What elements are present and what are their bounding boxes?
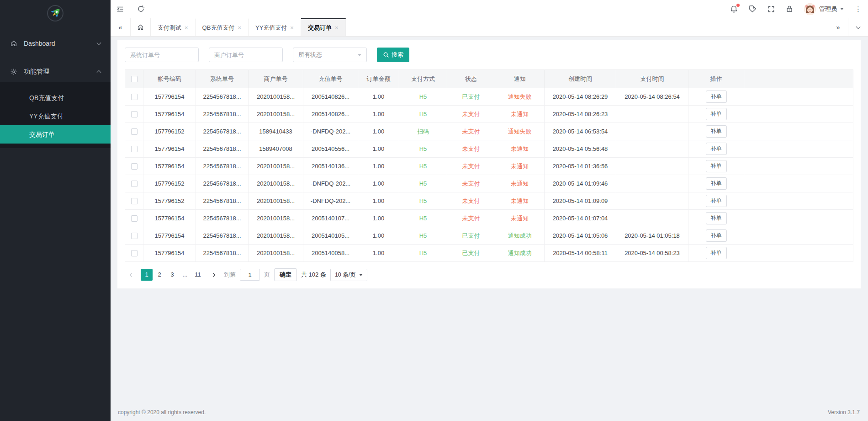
sidebar-subitem-3[interactable]: 交易订单 xyxy=(0,125,111,144)
reissue-button[interactable]: 补单 xyxy=(706,195,727,207)
lock-icon[interactable] xyxy=(786,5,793,13)
tabs-scroll-left-icon[interactable]: « xyxy=(111,18,131,36)
reissue-button[interactable]: 补单 xyxy=(706,212,727,224)
row-checkbox[interactable] xyxy=(131,128,138,135)
reissue-button[interactable]: 补单 xyxy=(706,108,727,120)
system-order-cell: 2254567818... xyxy=(196,123,249,140)
reissue-button[interactable]: 补单 xyxy=(706,143,727,155)
amount-cell: 1.00 xyxy=(358,227,399,245)
page-button-1[interactable]: 1 xyxy=(141,269,153,281)
row-checkbox[interactable] xyxy=(131,163,138,170)
row-checkbox[interactable] xyxy=(131,198,138,204)
action-cell: 补单 xyxy=(688,158,744,175)
column-header-filler xyxy=(744,70,853,88)
app-root: Dashboard 功能管理 QB充值支付YY充值支付交易订单 xyxy=(0,0,868,421)
amount-cell: 1.00 xyxy=(358,123,399,140)
paid-time-cell xyxy=(616,192,688,210)
tab-close-icon[interactable]: × xyxy=(290,24,294,31)
tab-close-icon[interactable]: × xyxy=(335,24,339,31)
system-order-input[interactable] xyxy=(125,48,199,62)
merchant-order-input[interactable] xyxy=(209,48,283,62)
notify-cell: 未通知 xyxy=(495,140,545,158)
tab-3[interactable]: YY充值支付× xyxy=(249,18,301,36)
page-button-11[interactable]: 11 xyxy=(192,269,204,281)
filler-cell xyxy=(744,175,853,192)
system-order-cell: 2254567818... xyxy=(196,227,249,245)
reissue-button[interactable]: 补单 xyxy=(706,247,727,259)
row-select-cell xyxy=(125,123,143,140)
paid-time-cell xyxy=(616,210,688,227)
recharge-order-cell: 2005140826... xyxy=(303,106,358,123)
kebab-menu-icon[interactable]: ⋮ xyxy=(855,5,862,13)
filler-cell xyxy=(744,106,853,123)
tab-2[interactable]: QB充值支付× xyxy=(196,18,249,36)
column-header: 帐号编码 xyxy=(143,70,196,88)
tab-close-icon[interactable]: × xyxy=(185,24,188,31)
column-header: 系统单号 xyxy=(196,70,249,88)
recharge-order-cell: 2005140826... xyxy=(303,88,358,106)
notify-cell: 通知成功 xyxy=(495,227,545,245)
reissue-button[interactable]: 补单 xyxy=(706,91,727,103)
amount-cell: 1.00 xyxy=(358,106,399,123)
reissue-button[interactable]: 补单 xyxy=(706,229,727,242)
row-checkbox[interactable] xyxy=(131,181,138,187)
page-button-2[interactable]: 2 xyxy=(153,269,165,281)
user-menu[interactable]: 管理员 xyxy=(804,3,844,15)
tab-4[interactable]: 交易订单× xyxy=(301,18,346,36)
table-row: 1577961542254567818...2020100158...20051… xyxy=(125,158,853,175)
reissue-button[interactable]: 补单 xyxy=(706,177,727,190)
pay-method-cell: 扫码 xyxy=(399,123,447,140)
sidebar-item-function-management[interactable]: 功能管理 xyxy=(0,61,111,82)
row-checkbox[interactable] xyxy=(131,233,138,239)
tab-1[interactable]: 支付测试× xyxy=(151,18,196,36)
tag-icon[interactable] xyxy=(749,5,757,13)
refresh-icon[interactable] xyxy=(137,5,145,13)
filler-cell xyxy=(744,210,853,227)
tab-home-icon[interactable] xyxy=(131,18,151,36)
sidebar-subitem-1[interactable]: QB充值支付 xyxy=(0,89,111,107)
tabs-scroll-right-icon[interactable]: » xyxy=(828,18,848,36)
reissue-button[interactable]: 补单 xyxy=(706,160,727,172)
row-select-cell xyxy=(125,245,143,262)
confirm-button[interactable]: 确定 xyxy=(274,268,297,281)
merchant-order-cell: 2020100158... xyxy=(249,106,303,123)
recharge-order-cell: -DNFDQ-202... xyxy=(303,175,358,192)
recharge-order-cell: 2005140107... xyxy=(303,210,358,227)
action-cell: 补单 xyxy=(688,192,744,210)
row-select-cell xyxy=(125,106,143,123)
sidebar-subitem-2[interactable]: YY充值支付 xyxy=(0,107,111,125)
search-form: 所有状态 搜索 xyxy=(125,48,853,62)
row-checkbox[interactable] xyxy=(131,250,138,256)
column-header: 状态 xyxy=(447,70,495,88)
column-header: 商户单号 xyxy=(249,70,303,88)
jump-page-input[interactable] xyxy=(240,269,260,281)
paid-time-cell: 2020-05-14 00:58:23 xyxy=(616,245,688,262)
system-order-cell: 2254567818... xyxy=(196,158,249,175)
select-all-checkbox[interactable] xyxy=(131,76,138,82)
next-page-icon[interactable] xyxy=(208,269,220,281)
account-cell: 157796154 xyxy=(143,106,196,123)
fullscreen-icon[interactable] xyxy=(767,5,775,13)
row-checkbox[interactable] xyxy=(131,215,138,222)
search-button[interactable]: 搜索 xyxy=(377,48,409,62)
bell-icon[interactable] xyxy=(730,5,738,13)
row-checkbox[interactable] xyxy=(131,94,138,100)
page-button-3[interactable]: 3 xyxy=(166,269,178,281)
tabs-menu-icon[interactable] xyxy=(848,18,868,36)
collapse-sidebar-icon[interactable] xyxy=(116,5,124,13)
column-header: 操作 xyxy=(688,70,744,88)
account-cell: 157796154 xyxy=(143,245,196,262)
tab-close-icon[interactable]: × xyxy=(238,24,241,31)
row-checkbox[interactable] xyxy=(131,111,138,117)
prev-page-icon[interactable] xyxy=(125,269,137,281)
sidebar-item-dashboard[interactable]: Dashboard xyxy=(0,33,111,54)
status-filter-select[interactable]: 所有状态 xyxy=(293,48,367,62)
page-size-select[interactable]: 10 条/页 xyxy=(330,269,367,281)
action-cell: 补单 xyxy=(688,88,744,106)
merchant-order-cell: 1589410433 xyxy=(249,123,303,140)
system-order-cell: 2254567818... xyxy=(196,88,249,106)
reissue-button[interactable]: 补单 xyxy=(706,125,727,138)
row-checkbox[interactable] xyxy=(131,146,138,152)
pay-method-cell: H5 xyxy=(399,175,447,192)
sidebar-item-label: Dashboard xyxy=(24,40,97,47)
